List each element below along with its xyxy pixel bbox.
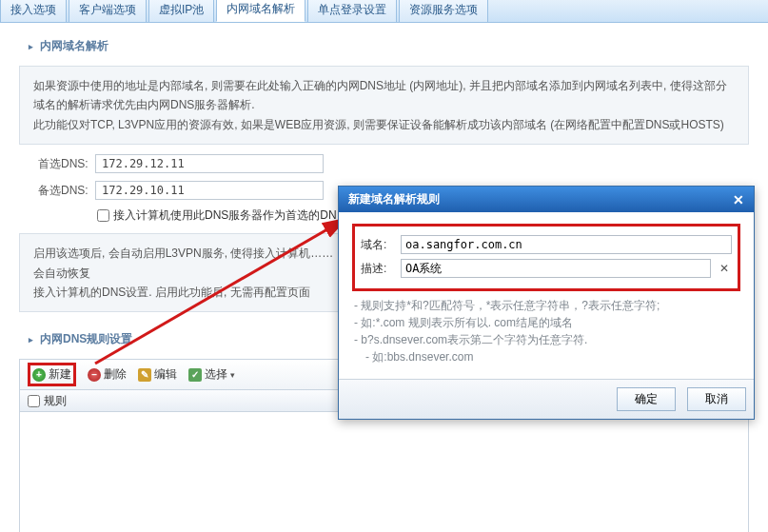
new-rule-dialog: 新建域名解析规则 ✕ 域名: 描述: ✕ 规则支持*和?匹配符号，*表示任意字符… (338, 186, 755, 420)
use-dns-as-primary-checkbox[interactable] (97, 209, 109, 222)
dialog-title: 新建域名解析规则 (348, 191, 440, 207)
primary-dns-input[interactable] (95, 154, 324, 173)
primary-dns-label: 首选DNS: (38, 156, 95, 172)
chevron-down-icon: ▾ (230, 370, 235, 380)
hint-line-1: 规则支持*和?匹配符号，*表示任意字符串，?表示任意字符; (354, 297, 740, 314)
select-button-label: 选择 (205, 366, 227, 383)
tab-access-options[interactable]: 接入选项 (0, 0, 67, 22)
edit-button[interactable]: ✎ 编辑 (138, 366, 177, 383)
delete-button[interactable]: – 删除 (88, 366, 127, 383)
tab-intranet-dns[interactable]: 内网域名解析 (216, 0, 305, 22)
tab-resource-service-options[interactable]: 资源服务选项 (399, 0, 488, 22)
clear-icon[interactable]: ✕ (717, 262, 732, 275)
backup-dns-input[interactable] (95, 181, 324, 200)
tab-bar: 接入选项 客户端选项 虚拟IP池 内网域名解析 单点登录设置 资源服务选项 (0, 0, 768, 23)
use-dns-as-primary-label: 接入计算机使用此DNS服务器作为首选的DN (113, 207, 337, 224)
rules-table-body (19, 412, 749, 532)
delete-button-label: 删除 (104, 366, 127, 383)
info-line-1: 如果资源中使用的地址是内部域名, 则需要在此处输入正确的内网DNS地址 (内网地… (33, 76, 735, 115)
edit-button-label: 编辑 (154, 366, 177, 383)
section-title-dns-resolve: 内网域名解析 (29, 38, 749, 54)
hint-line-3: b?s.dnsever.com表示第二个字符为任意字符. (354, 331, 740, 348)
delete-icon: – (88, 368, 101, 382)
new-button[interactable]: + 新建 (32, 366, 71, 383)
info-line-2: 此功能仅对TCP, L3VPN应用的资源有效, 如果是WEB应用资源, 则需要保… (33, 115, 735, 134)
domain-input[interactable] (401, 235, 732, 254)
tab-virtual-ip-pool[interactable]: 虚拟IP池 (148, 0, 214, 22)
tab-sso-settings[interactable]: 单点登录设置 (307, 0, 397, 22)
cancel-button[interactable]: 取消 (687, 387, 746, 411)
close-icon[interactable]: ✕ (733, 192, 744, 207)
dialog-hints: 规则支持*和?匹配符号，*表示任意字符串，?表示任意字符; 如:*.com 规则… (354, 297, 740, 365)
tab-client-options[interactable]: 客户端选项 (69, 0, 147, 22)
new-button-label: 新建 (49, 366, 71, 383)
info-box: 如果资源中使用的地址是内部域名, 则需要在此处输入正确的内网DNS地址 (内网地… (19, 66, 749, 145)
edit-icon: ✎ (138, 368, 151, 382)
select-button[interactable]: ✓ 选择 ▾ (188, 366, 235, 383)
desc-input[interactable] (401, 259, 711, 278)
select-icon: ✓ (188, 368, 202, 382)
select-all-checkbox[interactable] (28, 395, 40, 407)
hint-line-2: 如:*.com 规则表示所有以. com结尾的域名 (354, 314, 740, 331)
column-rule: 规则 (44, 393, 67, 409)
add-icon: + (32, 368, 46, 382)
desc-label: 描述: (361, 261, 395, 277)
domain-label: 域名: (361, 237, 395, 253)
backup-dns-label: 备选DNS: (38, 183, 95, 199)
hint-line-4: 如:bbs.dnsever.com (365, 348, 740, 365)
ok-button[interactable]: 确定 (617, 387, 676, 411)
